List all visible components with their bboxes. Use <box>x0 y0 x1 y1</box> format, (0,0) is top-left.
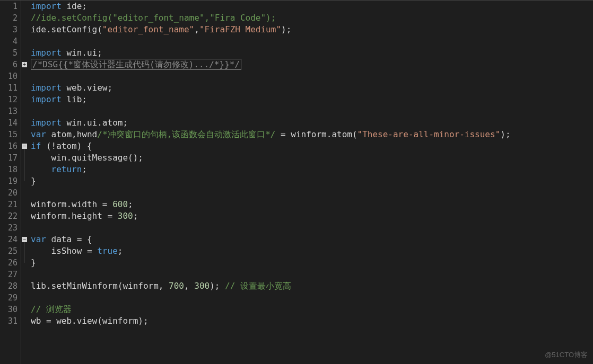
code-token-ident: web.view <box>66 83 107 93</box>
code-line[interactable]: import web.view; <box>31 82 593 94</box>
code-token-punct <box>31 153 51 163</box>
code-token-punct: ); <box>210 281 225 291</box>
code-token-keyword: if <box>31 141 41 151</box>
code-token-keyword: import <box>31 118 62 128</box>
code-token-keyword: import <box>31 48 62 58</box>
code-line[interactable] <box>31 269 593 280</box>
code-line[interactable]: lib.setMinWinform(winform, 700, 300); //… <box>31 280 593 292</box>
line-number: 12 <box>0 94 18 105</box>
line-number: 14 <box>0 117 18 129</box>
code-token-keyword: return <box>51 164 82 174</box>
code-token-punct: } <box>31 176 36 186</box>
code-line[interactable]: import lib; <box>31 94 593 105</box>
code-line[interactable]: import win.ui; <box>31 47 593 59</box>
line-number: 16 <box>0 140 18 152</box>
line-number: 27 <box>0 269 18 280</box>
code-token-punct: ; <box>82 164 87 174</box>
line-number: 5 <box>0 47 18 59</box>
line-number: 21 <box>0 199 18 210</box>
code-line[interactable] <box>31 222 593 234</box>
code-line[interactable] <box>31 70 593 82</box>
line-number: 15 <box>0 129 18 140</box>
code-line[interactable]: // 浏览器 <box>31 304 593 315</box>
code-line[interactable]: import win.ui.atom; <box>31 117 593 129</box>
code-token-comment: // 浏览器 <box>31 304 72 314</box>
code-token-punct: , <box>194 24 199 34</box>
code-token-punct: ; <box>82 1 87 11</box>
code-token-string: "FiraFZH Medium" <box>199 24 281 34</box>
code-token-punct <box>46 129 51 139</box>
code-area[interactable]: import ide;//ide.setConfig("editor_font_… <box>28 1 593 364</box>
code-line[interactable] <box>31 105 593 117</box>
code-line[interactable]: /*DSG{{*窗体设计器生成代码(请勿修改).../*}}*/ <box>31 59 593 70</box>
code-token-number: 700 <box>169 281 184 291</box>
code-token-number: 600 <box>112 199 128 209</box>
line-number: 23 <box>0 222 18 234</box>
line-number: 31 <box>0 315 18 327</box>
code-token-punct: ; <box>123 118 128 128</box>
code-token-punct: isShow = <box>31 246 97 256</box>
code-token-punct: ; <box>97 48 102 58</box>
folded-code-region[interactable]: /*DSG{{*窗体设计器生成代码(请勿修改).../*}}*/ <box>31 59 241 70</box>
code-token-punct <box>62 48 67 58</box>
code-token-punct: ); <box>281 24 291 34</box>
line-number-gutter: 1234561011121314151617181920212223242526… <box>0 1 21 364</box>
code-token-punct: ; <box>82 94 87 104</box>
code-token-ident: ide.setConfig( <box>31 24 102 34</box>
code-line[interactable]: //ide.setConfig("editor_font_name","Fira… <box>31 12 593 24</box>
code-token-punct: (!atom) { <box>41 141 92 151</box>
line-number: 10 <box>0 70 18 82</box>
code-token-punct: data = { <box>46 234 92 244</box>
code-token-ident: lib <box>66 94 82 104</box>
code-line[interactable]: if (!atom) { <box>31 140 593 152</box>
line-number: 19 <box>0 175 18 187</box>
code-line[interactable]: var data = { <box>31 234 593 245</box>
code-token-comment: /*冲突窗口的句柄,该函数会自动激活此窗口*/ <box>97 129 275 139</box>
line-number: 29 <box>0 292 18 304</box>
line-number: 13 <box>0 105 18 117</box>
code-line[interactable]: } <box>31 257 593 269</box>
line-number: 30 <box>0 304 18 315</box>
fold-guide-line <box>24 242 24 263</box>
code-line[interactable]: ide.setConfig("editor_font_name","FiraFZ… <box>31 24 593 35</box>
code-token-ident: win.ui.atom <box>66 118 123 128</box>
code-line[interactable]: wb = web.view(winform); <box>31 315 593 327</box>
code-line[interactable]: win.quitMessage(); <box>31 152 593 164</box>
line-number: 18 <box>0 164 18 175</box>
code-token-number: 300 <box>118 211 133 221</box>
code-token-punct: ; <box>143 316 149 326</box>
fold-guide-line <box>24 149 24 181</box>
line-number: 24 <box>0 234 18 245</box>
code-token-ident: wb = web.view(winform) <box>31 316 143 326</box>
code-line[interactable]: winform.width = 600; <box>31 199 593 210</box>
code-line[interactable] <box>31 292 593 304</box>
code-token-ident: winform.height = <box>31 211 118 221</box>
code-line[interactable]: winform.height = 300; <box>31 210 593 222</box>
code-token-keyword: var <box>31 234 46 244</box>
code-line[interactable]: isShow = true; <box>31 245 593 257</box>
line-number: 20 <box>0 187 18 199</box>
code-token-punct <box>62 118 67 128</box>
code-token-string: "editor_font_name" <box>102 24 194 34</box>
code-token-comment: //ide.setConfig("editor_font_name","Fira… <box>31 13 276 23</box>
fold-collapse-icon[interactable]: − <box>22 237 27 242</box>
fold-expand-icon[interactable]: + <box>22 62 27 67</box>
line-number: 28 <box>0 280 18 292</box>
code-line[interactable] <box>31 35 593 47</box>
code-line[interactable]: import ide; <box>31 1 593 12</box>
code-line[interactable]: } <box>31 175 593 187</box>
code-line[interactable] <box>31 187 593 199</box>
watermark: @51CTO博客 <box>545 350 588 360</box>
code-token-number: 300 <box>194 281 210 291</box>
fold-gutter: +−− <box>21 1 28 364</box>
fold-collapse-icon[interactable]: − <box>22 144 27 149</box>
line-number: 26 <box>0 257 18 269</box>
code-token-punct <box>62 83 67 93</box>
code-token-ident: win.ui <box>66 48 97 58</box>
code-token-ident: lib.setMinWinform(winform, <box>31 281 169 291</box>
code-line[interactable]: return; <box>31 164 593 175</box>
code-line[interactable]: var atom,hwnd/*冲突窗口的句柄,该函数会自动激活此窗口*/ = w… <box>31 129 593 140</box>
code-token-punct <box>31 164 51 174</box>
code-editor[interactable]: 1234561011121314151617181920212223242526… <box>0 0 593 364</box>
line-number: 17 <box>0 152 18 164</box>
